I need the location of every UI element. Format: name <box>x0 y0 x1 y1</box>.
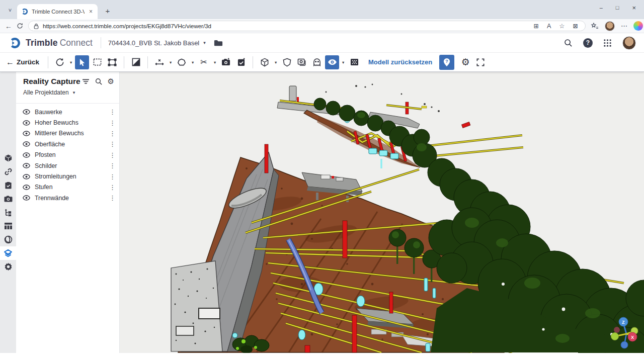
measure-tool-caret[interactable]: ▾ <box>168 60 174 65</box>
rail-settings-gear-icon[interactable] <box>0 260 16 274</box>
eye-visible-icon[interactable] <box>23 163 30 168</box>
address-bar[interactable]: https://web.connect.trimble.com/projects… <box>28 21 586 31</box>
orbit-tool-caret[interactable]: ▾ <box>68 60 74 65</box>
back-nav-icon[interactable]: ← <box>3 22 14 30</box>
user-avatar[interactable] <box>622 36 636 50</box>
settings-gear-button[interactable]: ⚙ <box>458 55 472 69</box>
rail-reality-capture-layers-icon[interactable] <box>0 246 16 260</box>
gizmo-axis-ball[interactable] <box>614 327 620 333</box>
gizmo-axis-ball[interactable] <box>621 341 628 348</box>
shape-tool-button[interactable] <box>175 55 189 69</box>
box-3d-tool-button[interactable] <box>258 55 272 69</box>
eye-visible-icon[interactable] <box>23 185 30 190</box>
layer-row[interactable]: Bauwerke ⋮ <box>16 107 119 117</box>
layer-list: Bauwerke ⋮ Hoher Bewuchs ⋮ Mittlerer Bew… <box>16 104 119 204</box>
layer-menu-kebab-icon[interactable]: ⋮ <box>109 194 115 202</box>
point-cloud-button[interactable] <box>347 55 361 69</box>
layer-row[interactable]: Mittlerer Bewuchs ⋮ <box>16 128 119 139</box>
box-outline-tool-button[interactable] <box>280 55 294 69</box>
window-minimize-icon[interactable]: – <box>600 5 603 11</box>
layer-label: Bauwerke <box>35 109 105 116</box>
window-close-icon[interactable]: × <box>632 4 636 12</box>
orbit-tool-button[interactable] <box>53 55 67 69</box>
help-pin-button[interactable]: ? <box>439 55 454 70</box>
favorite-star-icon[interactable]: ☆ <box>557 22 567 30</box>
browser-tab[interactable]: Trimble Connect 3D-Viewer - 704 × <box>17 4 98 19</box>
browser-menu-icon[interactable]: ⋯ <box>621 22 627 30</box>
gizmo-axis-ball[interactable] <box>611 333 619 340</box>
layer-menu-kebab-icon[interactable]: ⋮ <box>109 108 115 116</box>
visibility-eye-button[interactable] <box>325 55 339 69</box>
visibility-eye-caret[interactable]: ▾ <box>340 60 346 65</box>
fullscreen-button[interactable] <box>473 55 488 69</box>
layer-menu-kebab-icon[interactable]: ⋮ <box>109 162 115 169</box>
project-folder-icon[interactable] <box>214 39 223 47</box>
invert-selection-button[interactable] <box>129 55 143 69</box>
layer-menu-kebab-icon[interactable]: ⋮ <box>109 173 115 180</box>
back-button[interactable]: ← Zurück <box>5 58 43 67</box>
clip-tool-button[interactable]: ✂ <box>197 55 211 69</box>
viewport-3d-scene[interactable]: X Z <box>120 72 644 353</box>
layer-menu-kebab-icon[interactable]: ⋮ <box>109 184 115 191</box>
layer-menu-kebab-icon[interactable]: ⋮ <box>109 119 115 127</box>
shape-tool-caret[interactable]: ▾ <box>190 60 196 65</box>
copilot-icon[interactable] <box>633 21 643 31</box>
ghost-mode-button[interactable] <box>310 55 324 69</box>
select-tool-button[interactable] <box>75 55 89 69</box>
rail-globe-icon[interactable] <box>0 233 16 246</box>
scope-selector[interactable]: Alle Projektdaten ▾ <box>23 89 114 96</box>
browser-profile-avatar[interactable] <box>605 21 615 31</box>
layer-menu-kebab-icon[interactable]: ⋮ <box>109 151 115 159</box>
read-aloud-icon[interactable]: A <box>545 23 553 30</box>
apps-grid-icon[interactable] <box>603 39 612 47</box>
rail-models-cube-icon[interactable] <box>0 151 16 165</box>
window-maximize-icon[interactable]: □ <box>616 5 619 11</box>
search-icon[interactable] <box>564 39 573 47</box>
reset-model-button[interactable]: Modell zurücksetzen <box>362 58 438 66</box>
add-task-button[interactable] <box>234 55 248 69</box>
bottom-strip <box>0 353 644 362</box>
measure-tool-button[interactable] <box>152 55 167 69</box>
clip-tool-caret[interactable]: ▾ <box>212 60 218 65</box>
eye-visible-icon[interactable] <box>23 174 30 179</box>
layer-menu-kebab-icon[interactable]: ⋮ <box>109 140 115 148</box>
tab-close-icon[interactable]: × <box>88 8 94 15</box>
rail-hierarchy-icon[interactable] <box>0 206 16 219</box>
help-icon[interactable]: ? <box>583 38 593 48</box>
viewport-3d[interactable]: X Z <box>120 72 644 353</box>
layer-menu-kebab-icon[interactable]: ⋮ <box>109 130 115 137</box>
panel-settings-gear-icon[interactable]: ⚙ <box>108 77 114 86</box>
views-stack-button[interactable] <box>295 55 309 69</box>
sort-icon[interactable] <box>82 78 90 84</box>
layer-row[interactable]: Schilder ⋮ <box>16 160 119 171</box>
new-tab-button[interactable]: + <box>102 5 114 17</box>
rail-views-camera-icon[interactable] <box>0 192 16 206</box>
collections-box-icon[interactable]: ⊠ <box>571 22 580 30</box>
layer-row[interactable]: Hoher Bewuchs ⋮ <box>16 117 119 128</box>
layer-row[interactable]: Stufen ⋮ <box>16 182 119 193</box>
box-3d-tool-caret[interactable]: ▾ <box>273 60 279 65</box>
polygon-select-button[interactable] <box>105 55 119 69</box>
split-screen-icon[interactable]: ⊞ <box>531 22 540 30</box>
tab-search-chevron-icon[interactable]: ˅ <box>4 4 16 17</box>
marquee-select-button[interactable] <box>90 55 104 69</box>
eye-visible-icon[interactable] <box>23 152 30 158</box>
layer-row[interactable]: Stromleitungen ⋮ <box>16 171 119 182</box>
eye-visible-icon[interactable] <box>23 120 30 126</box>
favorites-bar-icon[interactable] <box>591 22 599 30</box>
eye-visible-icon[interactable] <box>23 141 30 147</box>
eye-visible-icon[interactable] <box>23 195 30 201</box>
project-selector[interactable]: 704434.0_BVB St. Jakob Basel ▾ <box>108 39 206 47</box>
rail-table-icon[interactable] <box>0 219 16 233</box>
layer-row[interactable]: Oberfläche ⋮ <box>16 139 119 149</box>
layer-row[interactable]: Pfosten ⋮ <box>16 150 119 160</box>
rail-link-icon[interactable] <box>0 165 16 178</box>
eye-visible-icon[interactable] <box>23 109 30 115</box>
refresh-icon[interactable] <box>14 23 25 29</box>
snapshot-camera-button[interactable] <box>219 55 233 69</box>
rail-todo-clipboard-icon[interactable] <box>0 178 16 192</box>
panel-search-icon[interactable] <box>95 78 102 85</box>
eye-visible-icon[interactable] <box>23 131 30 136</box>
layer-row[interactable]: Trennwände ⋮ <box>16 193 119 203</box>
scope-caret-icon: ▾ <box>73 90 75 95</box>
